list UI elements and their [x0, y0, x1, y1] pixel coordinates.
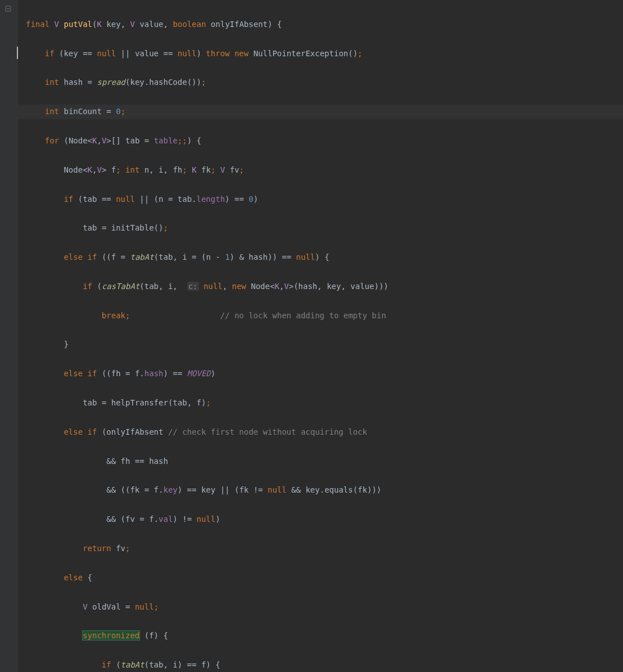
- code-line[interactable]: else if ((f = tabAt(tab, i = (n - 1) & h…: [17, 250, 623, 265]
- fold-icon[interactable]: [5, 6, 11, 12]
- code-line[interactable]: else {: [17, 571, 623, 585]
- code-line[interactable]: if (casTabAt(tab, i, c: null, new Node<K…: [17, 279, 623, 294]
- code-line[interactable]: for (Node<K,V>[] tab = table;;) {: [17, 134, 623, 148]
- code-line[interactable]: break; // no lock when adding to empty b…: [17, 309, 623, 323]
- gutter: [0, 0, 17, 672]
- highlighted-keyword: synchronized: [83, 631, 139, 640]
- code-area[interactable]: final V putVal(K key, V value, boolean o…: [17, 0, 623, 672]
- code-editor[interactable]: final V putVal(K key, V value, boolean o…: [0, 0, 623, 672]
- code-line[interactable]: else if (onlyIfAbsent // check first nod…: [17, 425, 623, 440]
- param-hint: c:: [187, 282, 199, 291]
- code-line[interactable]: Node<K,V> f; int n, i, fh; K fk; V fv;: [17, 163, 623, 178]
- code-line[interactable]: }: [17, 337, 623, 352]
- code-line[interactable]: int hash = spread(key.hashCode());: [17, 75, 623, 90]
- code-line[interactable]: if (tabAt(tab, i) == f) {: [17, 658, 623, 672]
- code-line[interactable]: && (fv = f.val) != null): [17, 512, 623, 527]
- code-line[interactable]: final V putVal(K key, V value, boolean o…: [17, 17, 623, 32]
- code-line-current[interactable]: int binCount = 0;: [17, 105, 623, 119]
- code-line[interactable]: && fh == hash: [17, 454, 623, 469]
- code-line[interactable]: synchronized (f) {: [17, 629, 623, 643]
- code-line[interactable]: if (key == null || value == null) throw …: [17, 47, 623, 61]
- code-line[interactable]: if (tab == null || (n = tab.length) == 0…: [17, 192, 623, 207]
- code-line[interactable]: else if ((fh = f.hash) == MOVED): [17, 367, 623, 381]
- code-line[interactable]: V oldVal = null;: [17, 600, 623, 615]
- code-line[interactable]: return fv;: [17, 542, 623, 556]
- code-line[interactable]: tab = initTable();: [17, 221, 623, 236]
- code-line[interactable]: tab = helpTransfer(tab, f);: [17, 396, 623, 411]
- code-line[interactable]: && ((fk = f.key) == key || (fk != null &…: [17, 483, 623, 498]
